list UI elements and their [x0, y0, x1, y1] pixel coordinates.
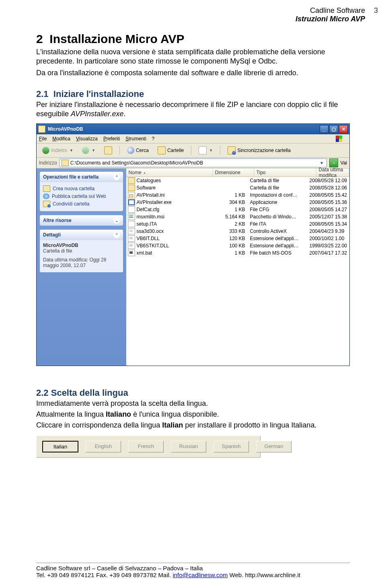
collapse-icon: ⌃ [113, 174, 120, 180]
file-row[interactable]: VB6STKIT.DLL100 KBEstensione dell'appli…… [126, 242, 349, 249]
globe-icon [43, 193, 49, 199]
share-icon [43, 201, 50, 207]
file-row[interactable]: DefCat.cfg1 KBFile CFG2008/05/05 14.27 [126, 206, 349, 213]
folders-icon [158, 146, 166, 154]
file-icon [128, 214, 135, 220]
file-size: 5.164 KB [209, 214, 250, 220]
file-row[interactable]: VB6IT.DLL120 KBEstensione dell'appli…200… [126, 235, 349, 242]
section-2-1-title: Iniziare l'installazione [53, 89, 144, 99]
file-size: 120 KB [209, 236, 250, 241]
file-type: Pacchetto di Windo… [250, 214, 310, 220]
details-panel: Dettagli ⌃ MicroAVPnoDB Cartella di file… [40, 230, 123, 272]
footer-line-2: Tel. +39 049 8974121 Fax. +39 049 897378… [36, 572, 350, 578]
views-button[interactable]: ▼ [195, 145, 216, 156]
section-2-2-p3: Cliccare in corrispondenza della lingua … [36, 421, 350, 430]
menu-preferiti[interactable]: Preferiti [103, 136, 120, 142]
file-icon [128, 221, 135, 227]
column-headers: Nome ▲ Dimensione Tipo Data ultima modif… [126, 169, 349, 177]
details-type: Cartella di file [43, 248, 120, 254]
go-button[interactable]: → [329, 158, 338, 167]
sync-button[interactable]: Sincronizzazione cartella [224, 145, 294, 156]
file-row[interactable]: xml.bat1 KBFile batch MS-DOS2007/04/17 1… [126, 249, 349, 257]
file-row[interactable]: msxmlitn.msi5.164 KBPacchetto di Windo…2… [126, 213, 349, 220]
footer-divider [36, 563, 350, 563]
file-tasks-panel: Operazioni file e cartella ⌃ Crea nuova … [40, 172, 123, 211]
file-row[interactable]: CataloguesCartella di file2008/05/28 12.… [126, 177, 349, 184]
file-row[interactable]: SoftwareCartella di file2008/05/28 12.06 [126, 184, 349, 191]
window-title: MicroAVPnoDB [48, 126, 320, 132]
header-brand: Cadline Software [296, 6, 365, 15]
column-name[interactable]: Nome ▲ [126, 169, 213, 177]
file-list[interactable]: CataloguesCartella di file2008/05/28 12.… [126, 177, 349, 366]
column-size[interactable]: Dimensione [213, 169, 254, 177]
file-type: File ITA [250, 221, 310, 227]
footer-mail-link[interactable]: info@cadlinesw.com [172, 572, 228, 578]
minimize-button[interactable]: _ [320, 125, 329, 133]
section-2-2-title: Scelta della lingua [51, 388, 128, 398]
folder-icon [43, 185, 50, 192]
lang-italian[interactable]: Italian [42, 441, 78, 452]
section-2-1-number: 2.1 [36, 89, 49, 99]
folders-button[interactable]: Cartelle [154, 145, 187, 156]
menu-file[interactable]: File [39, 136, 47, 142]
address-path: C:\Documents and Settings\Giacomo\Deskto… [70, 160, 317, 166]
page-number: 3 [374, 6, 378, 15]
task-publish-web[interactable]: Pubblica cartella sul Web [43, 193, 120, 200]
task-new-folder[interactable]: Crea nuova cartella [43, 185, 120, 193]
chevron-down-icon: ▼ [209, 148, 213, 152]
file-row[interactable]: ssa3d30.ocx333 KBControllo ActiveX2004/0… [126, 228, 349, 235]
maximize-button[interactable]: ▢ [329, 125, 338, 133]
file-type: Estensione dell'appli… [250, 243, 310, 249]
windows-flag-icon [336, 136, 347, 142]
file-row[interactable]: AVPInstaller.exe304 KBApplicazione2008/0… [126, 199, 349, 206]
lang-english: English [86, 441, 121, 452]
details-header[interactable]: Dettagli ⌃ [40, 230, 123, 240]
file-icon [128, 250, 135, 256]
task-share[interactable]: Condividi cartella [43, 200, 120, 208]
lang-german: German [256, 441, 292, 452]
expand-icon: ⌄ [113, 217, 120, 224]
file-name: xml.bat [137, 250, 152, 256]
file-tasks-header[interactable]: Operazioni file e cartella ⌃ [40, 172, 123, 182]
toolbar: Indietro ▼ ▼ Cerca Cartelle ▼ [37, 144, 349, 158]
menu-help[interactable]: ? [152, 136, 155, 142]
file-size: 1 KB [209, 207, 250, 212]
section-2-2-heading: 2.2 Scelta della lingua [36, 388, 350, 398]
up-button[interactable] [101, 145, 115, 156]
menu-modifica[interactable]: Modifica [52, 136, 70, 142]
folder-icon [62, 160, 69, 166]
collapse-icon: ⌃ [113, 232, 120, 238]
window-titlebar[interactable]: MicroAVPnoDB _ ▢ ✕ [37, 124, 349, 134]
file-type: Estensione dell'appli… [250, 236, 310, 241]
file-row[interactable]: AVPInstall.ini1 KBImpostazioni di conf…2… [126, 191, 349, 199]
file-type: Cartella di file [250, 185, 310, 191]
forward-button[interactable]: ▼ [79, 146, 99, 155]
file-date: 2004/04/23 9.39 [310, 228, 349, 234]
back-button[interactable]: Indietro ▼ [39, 146, 76, 155]
menu-strumenti[interactable]: Strumenti [125, 136, 146, 142]
address-bar: Indirizzo C:\Documents and Settings\Giac… [37, 158, 349, 169]
file-icon [128, 192, 135, 198]
file-size: 304 KB [209, 199, 250, 205]
column-type[interactable]: Tipo [254, 169, 316, 177]
address-dropdown[interactable]: ▾ [318, 160, 325, 166]
file-date: 2005/12/07 15.38 [310, 214, 349, 220]
menu-visualizza[interactable]: Visualizza [76, 136, 98, 142]
other-resources-panel: Altre risorse ⌄ [40, 215, 123, 226]
column-date[interactable]: Data ultima modifica [316, 169, 349, 177]
file-size: 100 KB [209, 243, 250, 249]
file-date: 2008/05/28 12.09 [310, 178, 349, 183]
close-button[interactable]: ✕ [339, 125, 348, 133]
file-icon [128, 177, 135, 184]
section-2-2-p2: Attualmente la lingua Italiano è l'unica… [36, 410, 350, 419]
search-button[interactable]: Cerca [124, 146, 152, 155]
sync-icon [228, 146, 236, 154]
address-label: Indirizzo [39, 160, 57, 166]
address-input[interactable]: C:\Documents and Settings\Giacomo\Deskto… [60, 158, 327, 167]
menu-bar: File Modifica Visualizza Preferiti Strum… [37, 134, 349, 144]
other-resources-header[interactable]: Altre risorse ⌄ [40, 215, 123, 226]
file-row[interactable]: setup.ITA2 KBFile ITA2008/05/05 15.34 [126, 220, 349, 228]
file-type: Applicazione [250, 199, 310, 205]
file-name: VB6STKIT.DLL [137, 243, 169, 249]
file-date: 2000/10/02 1.00 [310, 236, 349, 241]
